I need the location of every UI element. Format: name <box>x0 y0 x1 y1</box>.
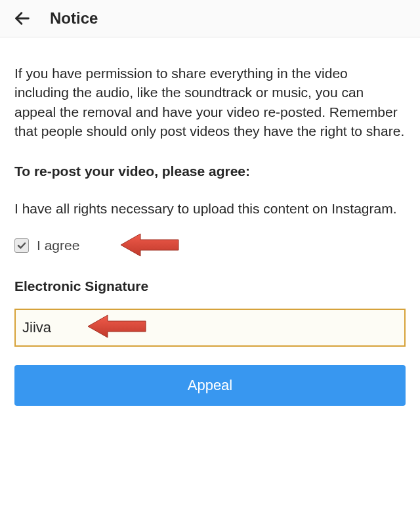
header-bar: Notice <box>0 0 420 37</box>
back-icon[interactable] <box>13 9 32 28</box>
permission-text: If you have permission to share everythi… <box>14 64 406 141</box>
annotation-arrow-icon <box>121 231 180 259</box>
agree-checkbox[interactable] <box>14 238 29 253</box>
appeal-button[interactable]: Appeal <box>14 365 406 406</box>
page-title: Notice <box>50 9 98 28</box>
rights-text: I have all rights necessary to upload th… <box>14 199 406 218</box>
agree-checkbox-label: I agree <box>37 238 79 253</box>
agree-checkbox-row: I agree <box>14 238 406 253</box>
svg-marker-1 <box>121 234 178 256</box>
agree-heading: To re-post your video, please agree: <box>14 164 406 179</box>
signature-input[interactable] <box>14 309 406 347</box>
signature-label: Electronic Signature <box>14 278 406 294</box>
content-area: If you have permission to share everythi… <box>0 37 420 419</box>
